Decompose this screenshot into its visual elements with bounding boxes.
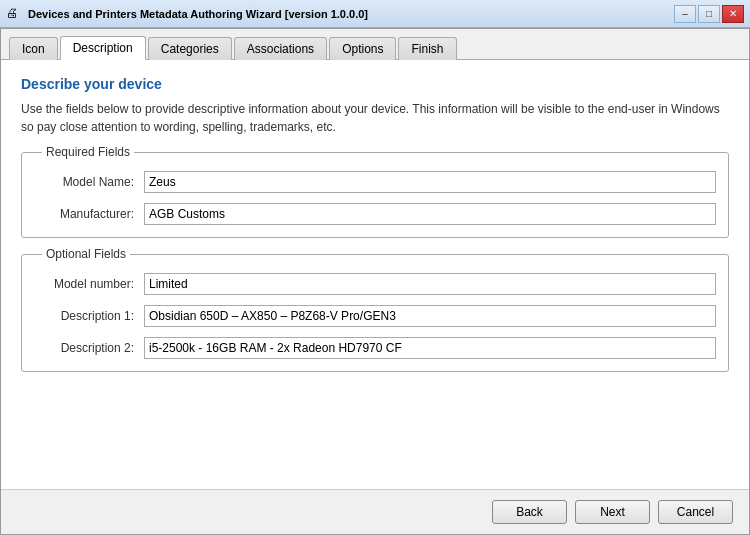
content-area: Describe your device Use the fields belo…: [1, 60, 749, 489]
app-icon: 🖨: [6, 6, 22, 22]
optional-fields-legend: Optional Fields: [42, 247, 130, 261]
model-number-label: Model number:: [34, 277, 144, 291]
model-number-row: Model number:: [34, 273, 716, 295]
description2-input[interactable]: [144, 337, 716, 359]
close-button[interactable]: ✕: [722, 5, 744, 23]
maximize-button[interactable]: □: [698, 5, 720, 23]
dialog: Icon Description Categories Associations…: [0, 28, 750, 535]
model-name-input[interactable]: [144, 171, 716, 193]
minimize-button[interactable]: –: [674, 5, 696, 23]
manufacturer-input[interactable]: [144, 203, 716, 225]
tab-icon[interactable]: Icon: [9, 37, 58, 60]
page-title: Describe your device: [21, 76, 729, 92]
tab-options[interactable]: Options: [329, 37, 396, 60]
tab-description[interactable]: Description: [60, 36, 146, 60]
title-bar-text: Devices and Printers Metadata Authoring …: [28, 8, 368, 20]
cancel-button[interactable]: Cancel: [658, 500, 733, 524]
tab-associations[interactable]: Associations: [234, 37, 327, 60]
title-bar-controls: – □ ✕: [674, 5, 744, 23]
required-fields-legend: Required Fields: [42, 145, 134, 159]
description2-row: Description 2:: [34, 337, 716, 359]
optional-fields-group: Optional Fields Model number: Descriptio…: [21, 254, 729, 372]
page-description: Use the fields below to provide descript…: [21, 100, 729, 136]
bottom-bar: Back Next Cancel: [1, 489, 749, 534]
title-bar-left: 🖨 Devices and Printers Metadata Authorin…: [6, 6, 368, 22]
manufacturer-row: Manufacturer:: [34, 203, 716, 225]
back-button[interactable]: Back: [492, 500, 567, 524]
tab-bar: Icon Description Categories Associations…: [1, 29, 749, 60]
tab-categories[interactable]: Categories: [148, 37, 232, 60]
model-name-row: Model Name:: [34, 171, 716, 193]
description1-input[interactable]: [144, 305, 716, 327]
title-bar: 🖨 Devices and Printers Metadata Authorin…: [0, 0, 750, 28]
model-name-label: Model Name:: [34, 175, 144, 189]
required-fields-group: Required Fields Model Name: Manufacturer…: [21, 152, 729, 238]
description1-label: Description 1:: [34, 309, 144, 323]
description2-label: Description 2:: [34, 341, 144, 355]
next-button[interactable]: Next: [575, 500, 650, 524]
model-number-input[interactable]: [144, 273, 716, 295]
tab-finish[interactable]: Finish: [398, 37, 456, 60]
description1-row: Description 1:: [34, 305, 716, 327]
manufacturer-label: Manufacturer:: [34, 207, 144, 221]
